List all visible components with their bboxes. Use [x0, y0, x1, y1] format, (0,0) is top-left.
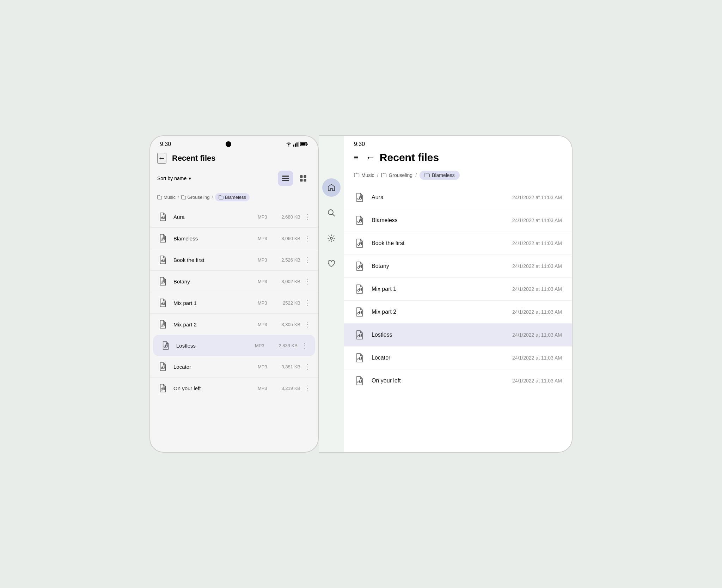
file-icon-3 — [157, 276, 169, 287]
tablet-file-item[interactable]: Book the first 24/1/2022 at 11:03 AM — [344, 232, 572, 255]
mobile-file-item[interactable]: Locator MP3 3,381 KB ⋮ — [150, 356, 318, 377]
tablet-file-item[interactable]: Blameless 24/1/2022 at 11:03 AM — [344, 209, 572, 232]
breadcrumb-label-grouseling: Grouseling — [188, 195, 210, 200]
svg-line-90 — [360, 311, 362, 311]
file-more-button-6[interactable]: ⋮ — [301, 341, 308, 350]
tablet-file-date-1: 24/1/2022 at 11:03 AM — [512, 218, 562, 223]
tablet-file-name-8: On your left — [372, 378, 512, 384]
breadcrumb-item-music[interactable]: Music — [157, 195, 176, 200]
tablet-file-date-0: 24/1/2022 at 11:03 AM — [512, 195, 562, 200]
tablet-file-item[interactable]: Mix part 1 24/1/2022 at 11:03 AM — [344, 277, 572, 300]
tablet-breadcrumb-item-blameless[interactable]: Blameless — [420, 171, 460, 180]
sidebar-search-button[interactable] — [322, 204, 341, 222]
breadcrumb-sep-1: / — [178, 195, 179, 200]
sidebar-home-button[interactable] — [322, 178, 341, 197]
file-icon-7 — [157, 361, 169, 372]
svg-point-72 — [360, 244, 362, 245]
tablet-file-item[interactable]: On your left 24/1/2022 at 11:03 AM — [344, 369, 572, 392]
tablet-file-item[interactable]: Mix part 2 24/1/2022 at 11:03 AM — [344, 300, 572, 323]
tablet-file-item[interactable]: Locator 24/1/2022 at 11:03 AM — [344, 346, 572, 369]
sidebar-settings-button[interactable] — [322, 229, 341, 247]
file-size-7: 3,381 KB — [276, 364, 300, 369]
file-icon-2 — [157, 254, 169, 265]
svg-point-24 — [163, 260, 165, 262]
svg-point-101 — [358, 381, 360, 383]
svg-line-95 — [360, 334, 362, 334]
mobile-file-item[interactable]: Aura MP3 2,680 KB ⋮ — [150, 206, 318, 227]
svg-rect-0 — [293, 145, 294, 147]
file-name-1: Blameless — [173, 235, 258, 241]
mobile-file-list: Aura MP3 2,680 KB ⋮ Blameless MP3 3,060 … — [150, 206, 318, 399]
tablet-breadcrumb-item-grouseling[interactable]: Grouseling — [381, 172, 412, 178]
svg-point-23 — [161, 260, 163, 262]
tablet-file-name-3: Botany — [372, 263, 512, 269]
home-icon — [327, 183, 336, 192]
tablet-file-date-3: 24/1/2022 at 11:03 AM — [512, 263, 562, 269]
mobile-file-item[interactable]: On your left MP3 3,219 KB ⋮ — [150, 377, 318, 399]
mobile-file-item[interactable]: Lostless MP3 2,833 KB ⋮ — [153, 335, 315, 356]
file-more-button-3[interactable]: ⋮ — [304, 277, 311, 286]
file-more-button-2[interactable]: ⋮ — [304, 256, 311, 264]
file-audio-icon — [158, 255, 167, 264]
file-audio-icon — [355, 284, 365, 294]
mobile-file-item[interactable]: Mix part 1 MP3 2522 KB ⋮ — [150, 292, 318, 313]
svg-point-33 — [161, 303, 163, 305]
settings-icon — [327, 234, 336, 243]
mobile-top-bar: ← Recent files — [150, 150, 318, 168]
svg-point-18 — [161, 239, 163, 240]
file-audio-icon — [161, 341, 170, 350]
file-more-button-8[interactable]: ⋮ — [304, 384, 311, 392]
folder-icon-grouseling-tablet — [381, 173, 387, 178]
file-more-button-1[interactable]: ⋮ — [304, 234, 311, 243]
svg-line-57 — [163, 387, 165, 387]
signal-icon — [293, 142, 299, 147]
mobile-page-title: Recent files — [172, 154, 216, 163]
grid-icon — [300, 175, 306, 182]
tablet-back-button[interactable]: ← — [366, 152, 375, 163]
file-audio-icon — [158, 234, 167, 243]
list-view-button[interactable] — [278, 171, 293, 186]
tablet-file-item[interactable]: Lostless 24/1/2022 at 11:03 AM — [344, 323, 572, 346]
breadcrumb-item-blameless[interactable]: Blameless — [215, 193, 250, 201]
file-more-button-4[interactable]: ⋮ — [304, 299, 311, 307]
file-more-button-0[interactable]: ⋮ — [304, 213, 311, 221]
phone-tablet: 9:30 ≡ ← Recent files Music / — [319, 135, 573, 453]
folder-icon-music — [157, 195, 162, 200]
tablet-top-bar: ≡ ← Recent files — [344, 150, 572, 169]
tablet-file-date-2: 24/1/2022 at 11:03 AM — [512, 240, 562, 246]
tablet-breadcrumb-item-music[interactable]: Music — [354, 172, 374, 178]
hamburger-menu-button[interactable]: ≡ — [354, 153, 359, 162]
grid-view-button[interactable] — [295, 171, 311, 186]
mobile-file-item[interactable]: Botany MP3 3,002 KB ⋮ — [150, 270, 318, 292]
file-name-2: Book the first — [173, 257, 258, 263]
svg-point-13 — [161, 217, 163, 219]
tablet-file-name-6: Lostless — [372, 332, 512, 338]
mobile-file-item[interactable]: Blameless MP3 3,060 KB ⋮ — [150, 227, 318, 249]
file-size-8: 3,219 KB — [276, 386, 300, 391]
tablet-file-date-4: 24/1/2022 at 11:03 AM — [512, 286, 562, 292]
svg-line-52 — [163, 366, 165, 366]
file-audio-icon — [355, 376, 365, 386]
file-audio-icon — [355, 238, 365, 248]
svg-rect-7 — [282, 178, 289, 179]
svg-point-60 — [330, 237, 332, 239]
svg-point-54 — [163, 388, 165, 390]
file-audio-icon — [158, 320, 167, 329]
svg-point-34 — [163, 303, 165, 305]
mobile-file-item[interactable]: Mix part 2 MP3 3,305 KB ⋮ — [150, 313, 318, 335]
file-more-button-7[interactable]: ⋮ — [304, 362, 311, 371]
tablet-file-item[interactable]: Aura 24/1/2022 at 11:03 AM — [344, 186, 572, 209]
svg-line-27 — [163, 259, 165, 259]
svg-rect-5 — [301, 143, 305, 146]
sort-button[interactable]: Sort by name ▾ — [157, 176, 191, 181]
file-more-button-5[interactable]: ⋮ — [304, 320, 311, 329]
svg-line-85 — [360, 288, 362, 288]
mobile-file-item[interactable]: Book the first MP3 2,526 KB ⋮ — [150, 249, 318, 270]
mobile-back-button[interactable]: ← — [157, 153, 166, 164]
sidebar-favorites-button[interactable] — [322, 255, 341, 273]
tablet-file-date-8: 24/1/2022 at 11:03 AM — [512, 378, 562, 384]
tablet-file-item[interactable]: Botany 24/1/2022 at 11:03 AM — [344, 255, 572, 277]
folder-icon-blameless-tablet — [424, 173, 430, 178]
tablet-breadcrumb: Music / Grouseling / Blameless — [344, 169, 572, 185]
breadcrumb-item-grouseling[interactable]: Grouseling — [181, 195, 210, 200]
